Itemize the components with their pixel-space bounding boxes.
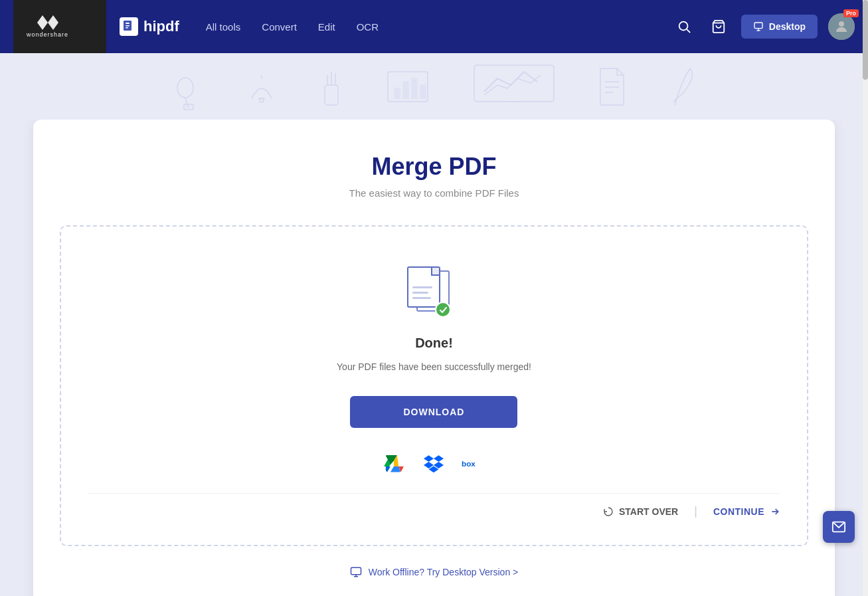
continue-button[interactable]: CONTINUE xyxy=(713,506,780,517)
bg-illustration xyxy=(0,53,868,120)
main-card: Merge PDF The easiest way to combine PDF… xyxy=(33,120,835,596)
svg-rect-18 xyxy=(325,85,338,105)
check-badge xyxy=(435,302,451,318)
start-over-label: START OVER xyxy=(619,506,678,517)
svg-point-13 xyxy=(177,78,193,98)
box-button[interactable]: box xyxy=(462,452,485,476)
desktop-button[interactable]: Desktop xyxy=(741,15,818,39)
svg-rect-24 xyxy=(403,82,408,98)
svg-rect-23 xyxy=(394,88,400,98)
pro-badge: Pro xyxy=(843,9,859,17)
action-divider: | xyxy=(694,504,697,518)
search-button[interactable] xyxy=(672,15,696,39)
floating-email-button[interactable] xyxy=(823,511,855,543)
main-container: Merge PDF The easiest way to combine PDF… xyxy=(0,120,868,596)
svg-rect-3 xyxy=(126,23,130,24)
cloud-icons: box xyxy=(382,452,485,476)
svg-text:box: box xyxy=(462,459,476,468)
success-content: Done! Your PDF files have been successfu… xyxy=(337,266,531,482)
svg-point-6 xyxy=(679,22,687,31)
svg-marker-1 xyxy=(48,15,58,30)
svg-rect-5 xyxy=(126,27,128,29)
start-over-button[interactable]: START OVER xyxy=(603,506,678,517)
wondershare-logo[interactable]: wondershare xyxy=(27,15,68,38)
ws-label: wondershare xyxy=(27,31,68,38)
google-drive-button[interactable] xyxy=(382,452,406,476)
svg-line-7 xyxy=(687,29,690,33)
download-label: DOWNLOAD xyxy=(403,407,464,417)
nav-all-tools[interactable]: All tools xyxy=(206,21,241,33)
page-title: Merge PDF xyxy=(60,153,808,181)
cart-button[interactable] xyxy=(707,15,731,39)
nav-links: All tools Convert Edit OCR xyxy=(206,21,672,33)
svg-rect-26 xyxy=(420,85,426,98)
svg-rect-35 xyxy=(351,567,361,575)
brand-area: wondershare xyxy=(13,0,106,53)
success-icon xyxy=(407,266,460,320)
offline-label: Work Offline? Try Desktop Version > xyxy=(369,567,519,577)
nav-edit[interactable]: Edit xyxy=(318,21,335,33)
avatar[interactable]: Pro xyxy=(828,13,855,40)
download-button[interactable]: DOWNLOAD xyxy=(350,396,517,428)
hipdf-logo[interactable]: hipdf xyxy=(120,17,179,36)
result-area: Done! Your PDF files have been successfu… xyxy=(60,225,808,546)
svg-marker-0 xyxy=(37,15,48,30)
nav-actions: Desktop Pro xyxy=(672,13,855,40)
svg-rect-9 xyxy=(754,23,762,29)
scrollbar-thumb[interactable] xyxy=(863,0,868,80)
continue-label: CONTINUE xyxy=(713,506,764,517)
desktop-btn-label: Desktop xyxy=(769,21,806,32)
svg-point-17 xyxy=(260,98,264,102)
nav-ocr[interactable]: OCR xyxy=(357,21,379,33)
offline-banner[interactable]: Work Offline? Try Desktop Version > xyxy=(60,566,808,578)
done-subtitle: Your PDF files have been successfully me… xyxy=(337,361,531,372)
hipdf-label: hipdf xyxy=(143,18,179,35)
navbar: wondershare hipdf All tools Convert Edit… xyxy=(0,0,868,53)
scrollbar-track[interactable] xyxy=(863,0,868,596)
page-subtitle: The easiest way to combine PDF Files xyxy=(60,187,808,199)
bottom-actions: START OVER | CONTINUE xyxy=(88,493,780,518)
svg-rect-4 xyxy=(126,25,130,27)
dropbox-button[interactable] xyxy=(422,452,446,476)
done-title: Done! xyxy=(415,336,453,351)
svg-point-12 xyxy=(839,21,844,27)
nav-convert[interactable]: Convert xyxy=(262,21,297,33)
svg-rect-27 xyxy=(474,65,554,102)
svg-rect-25 xyxy=(412,78,417,98)
